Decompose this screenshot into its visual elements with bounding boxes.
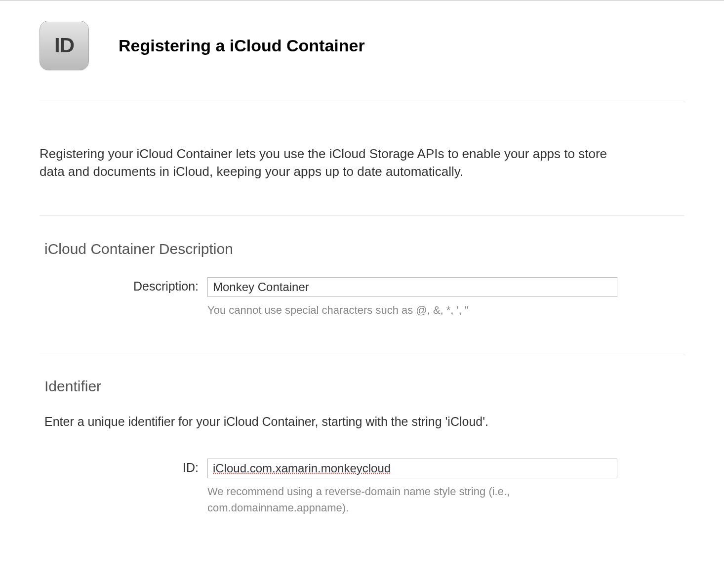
description-input[interactable] — [207, 277, 617, 297]
identifier-hint: We recommend using a reverse-domain name… — [207, 478, 617, 516]
page-container: ID Registering a iCloud Container Regist… — [0, 0, 724, 588]
id-badge-icon: ID — [40, 21, 89, 70]
identifier-field-row: ID: We recommend using a reverse-domain … — [40, 449, 684, 550]
identifier-input-wrap: We recommend using a reverse-domain name… — [207, 459, 617, 516]
page-header: ID Registering a iCloud Container — [40, 21, 684, 100]
page-title: Registering a iCloud Container — [119, 36, 365, 55]
description-label: Description: — [40, 277, 207, 294]
identifier-input[interactable] — [207, 459, 617, 478]
description-field-row: Description: You cannot use special char… — [40, 277, 684, 353]
identifier-section-heading: Identifier — [40, 353, 684, 415]
intro-text: Registering your iCloud Container lets y… — [40, 100, 612, 215]
identifier-section-subtext: Enter a unique identifier for your iClou… — [40, 415, 684, 449]
description-section-heading: iCloud Container Description — [40, 216, 684, 277]
description-hint: You cannot use special characters such a… — [207, 297, 617, 318]
identifier-label: ID: — [40, 459, 207, 475]
description-input-wrap: You cannot use special characters such a… — [207, 277, 617, 318]
